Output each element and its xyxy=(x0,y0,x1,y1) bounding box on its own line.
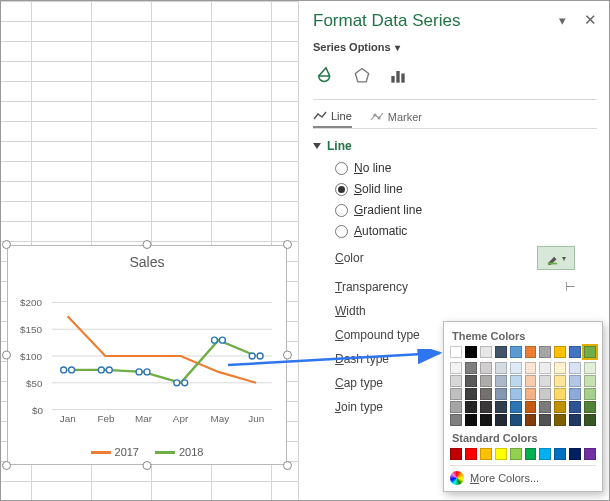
series-options-tab-icon[interactable] xyxy=(385,63,411,89)
line-tab[interactable]: Line xyxy=(313,110,352,128)
color-swatch[interactable] xyxy=(554,388,566,400)
color-swatch[interactable] xyxy=(554,448,566,460)
color-swatch[interactable] xyxy=(584,388,596,400)
effects-tab-icon[interactable] xyxy=(349,63,375,89)
chart-object[interactable]: Sales $200 $150 $100 $50 $0 Jan Feb Mar … xyxy=(7,245,287,465)
color-swatch[interactable] xyxy=(525,401,537,413)
color-swatch[interactable] xyxy=(465,388,477,400)
color-swatch[interactable] xyxy=(450,388,462,400)
color-swatch[interactable] xyxy=(569,401,581,413)
pane-options-icon[interactable]: ▾ xyxy=(559,13,566,28)
chart-plot-area[interactable]: $200 $150 $100 $50 $0 Jan Feb Mar Apr Ma… xyxy=(18,276,276,442)
color-swatch[interactable] xyxy=(584,401,596,413)
color-swatch[interactable] xyxy=(584,346,596,358)
color-swatch[interactable] xyxy=(525,388,537,400)
resize-handle[interactable] xyxy=(143,461,152,470)
color-swatch[interactable] xyxy=(539,448,551,460)
color-swatch[interactable] xyxy=(539,388,551,400)
color-swatch[interactable] xyxy=(554,362,566,374)
resize-handle[interactable] xyxy=(143,240,152,249)
color-swatch[interactable] xyxy=(525,346,537,358)
color-swatch[interactable] xyxy=(569,346,581,358)
color-swatch[interactable] xyxy=(569,448,581,460)
resize-handle[interactable] xyxy=(2,351,11,360)
color-swatch[interactable] xyxy=(510,346,522,358)
color-swatch[interactable] xyxy=(480,388,492,400)
color-swatch[interactable] xyxy=(450,346,462,358)
color-swatch[interactable] xyxy=(495,448,507,460)
color-swatch[interactable] xyxy=(584,414,596,426)
color-swatch[interactable] xyxy=(525,414,537,426)
color-swatch[interactable] xyxy=(450,414,462,426)
color-swatch[interactable] xyxy=(510,448,522,460)
color-swatch[interactable] xyxy=(569,414,581,426)
color-swatch[interactable] xyxy=(539,346,551,358)
color-swatch[interactable] xyxy=(465,448,477,460)
marker-tab[interactable]: Marker xyxy=(370,110,422,128)
color-swatch[interactable] xyxy=(525,362,537,374)
line-section-header[interactable]: Line xyxy=(313,139,597,153)
color-picker-popup: Theme Colors Standard Colors More Colors… xyxy=(443,321,603,492)
color-swatch[interactable] xyxy=(510,414,522,426)
color-swatch[interactable] xyxy=(554,375,566,387)
color-swatch[interactable] xyxy=(465,346,477,358)
color-swatch[interactable] xyxy=(554,401,566,413)
color-swatch[interactable] xyxy=(510,375,522,387)
color-swatch[interactable] xyxy=(480,448,492,460)
more-colors-button[interactable]: More Colors... xyxy=(450,471,596,485)
color-swatch[interactable] xyxy=(569,362,581,374)
color-swatch[interactable] xyxy=(554,346,566,358)
resize-handle[interactable] xyxy=(2,240,11,249)
color-swatch[interactable] xyxy=(480,362,492,374)
color-swatch[interactable] xyxy=(480,414,492,426)
color-swatch[interactable] xyxy=(450,401,462,413)
resize-handle[interactable] xyxy=(283,461,292,470)
resize-handle[interactable] xyxy=(2,461,11,470)
resize-handle[interactable] xyxy=(283,240,292,249)
color-swatch[interactable] xyxy=(495,362,507,374)
color-swatch[interactable] xyxy=(450,362,462,374)
color-swatch[interactable] xyxy=(465,401,477,413)
color-swatch[interactable] xyxy=(554,414,566,426)
radio-automatic[interactable]: Automatic xyxy=(335,224,597,238)
color-swatch[interactable] xyxy=(525,448,537,460)
color-swatch[interactable] xyxy=(480,346,492,358)
chart-legend[interactable]: 2017 2018 xyxy=(18,442,276,458)
color-swatch[interactable] xyxy=(495,375,507,387)
color-swatch[interactable] xyxy=(465,375,477,387)
color-swatch[interactable] xyxy=(510,362,522,374)
color-swatch[interactable] xyxy=(480,375,492,387)
color-swatch[interactable] xyxy=(539,401,551,413)
color-swatch[interactable] xyxy=(539,375,551,387)
color-swatch[interactable] xyxy=(539,362,551,374)
y-tick: $200 xyxy=(20,297,43,308)
color-swatch[interactable] xyxy=(510,401,522,413)
color-swatch[interactable] xyxy=(539,414,551,426)
color-swatch[interactable] xyxy=(584,375,596,387)
series-options-dropdown[interactable]: Series Options ▾ xyxy=(313,41,597,53)
color-swatch[interactable] xyxy=(569,375,581,387)
fill-line-tab-icon[interactable] xyxy=(313,63,339,89)
close-icon[interactable]: ✕ xyxy=(584,11,597,29)
color-swatch[interactable] xyxy=(584,448,596,460)
color-swatch[interactable] xyxy=(584,362,596,374)
radio-no-line[interactable]: No line xyxy=(335,161,597,175)
color-swatch[interactable] xyxy=(465,414,477,426)
radio-solid-line[interactable]: Solid line xyxy=(335,182,597,196)
color-swatch[interactable] xyxy=(495,414,507,426)
radio-gradient-line[interactable]: Gradient line xyxy=(335,203,597,217)
color-swatch[interactable] xyxy=(569,388,581,400)
color-dropdown-button[interactable]: ▾ xyxy=(537,246,575,270)
color-swatch[interactable] xyxy=(510,388,522,400)
color-swatch[interactable] xyxy=(495,388,507,400)
color-swatch[interactable] xyxy=(495,346,507,358)
color-swatch[interactable] xyxy=(450,448,462,460)
color-swatch[interactable] xyxy=(465,362,477,374)
color-swatch[interactable] xyxy=(495,401,507,413)
chart-title[interactable]: Sales xyxy=(18,254,276,270)
color-swatch[interactable] xyxy=(480,401,492,413)
color-swatch[interactable] xyxy=(525,375,537,387)
series-2017[interactable] xyxy=(68,316,257,382)
resize-handle[interactable] xyxy=(283,351,292,360)
color-swatch[interactable] xyxy=(450,375,462,387)
